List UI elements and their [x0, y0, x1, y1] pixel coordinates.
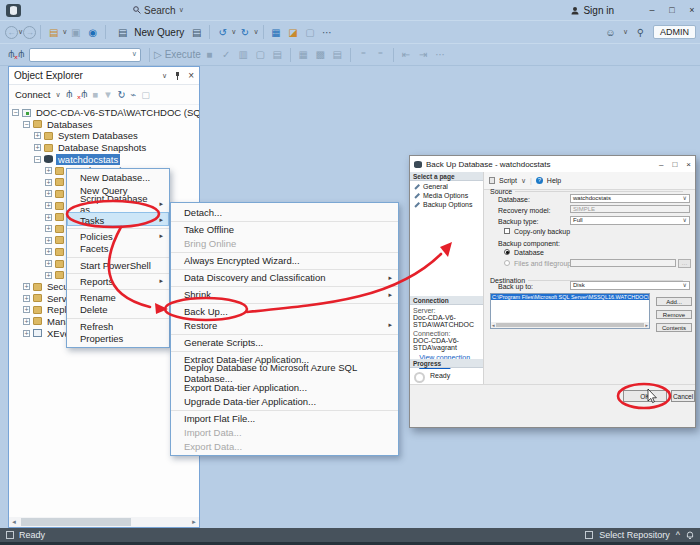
indent-icon[interactable]: ⇤: [399, 49, 414, 60]
dialog-title-bar[interactable]: Back Up Database - watchdocstats – □ ×: [410, 156, 695, 172]
menubar-item[interactable]: [87, 1, 99, 19]
showplan-icon[interactable]: ▥: [236, 49, 251, 60]
context-menu-item[interactable]: Rename ▸: [67, 289, 169, 303]
context-menu-item[interactable]: Start PowerShell ▸: [67, 257, 169, 271]
new-query-button[interactable]: ▤ New Query: [110, 27, 188, 38]
tree-expander-icon[interactable]: +: [23, 295, 30, 302]
scroll-right-icon[interactable]: ►: [645, 323, 649, 328]
results-grid-icon[interactable]: ▦: [296, 49, 311, 60]
context-menu-item[interactable]: Delete ▸: [67, 303, 169, 316]
save-icon[interactable]: ▣: [68, 27, 83, 38]
submenu-item[interactable]: Import Data... ▸: [171, 425, 398, 439]
extra-tool-icon[interactable]: ▢: [303, 27, 318, 38]
scroll-left-icon[interactable]: ◄: [491, 323, 495, 328]
tree-expander-icon[interactable]: +: [45, 225, 52, 232]
find-in-files-icon[interactable]: ◪: [286, 27, 301, 38]
uncomment-icon[interactable]: ⁼: [373, 49, 388, 60]
results-text-icon[interactable]: ▩: [313, 49, 328, 60]
script-button[interactable]: Script: [499, 177, 517, 184]
cancel-button[interactable]: Cancel: [671, 390, 695, 402]
database-radio[interactable]: [504, 249, 510, 255]
submenu-item[interactable]: Shrink ▸: [171, 286, 398, 301]
submenu-item[interactable]: Take Offline ▸: [171, 221, 398, 236]
connect-dropdown-icon[interactable]: ∨: [55, 91, 60, 99]
navigate-back-icon[interactable]: ←: [5, 26, 18, 39]
backup-destination-listbox[interactable]: C:\Program Files\Microsoft SQL Server\MS…: [490, 293, 650, 329]
menubar-item[interactable]: [51, 1, 63, 19]
tree-expander-icon[interactable]: +: [45, 190, 52, 197]
help-button[interactable]: Help: [547, 177, 561, 184]
back-up-to-dropdown[interactable]: Disk: [570, 281, 690, 290]
submenu-item[interactable]: Always Encrypted Wizard... ▸: [171, 252, 398, 267]
submenu-item[interactable]: Export Data-tier Application... ▸: [171, 380, 398, 394]
parse-icon[interactable]: ✓: [219, 49, 234, 60]
feedback-dropdown-icon[interactable]: ∨: [623, 28, 628, 36]
tree-expander-icon[interactable]: +: [23, 283, 30, 290]
submenu-item[interactable]: Restore ▸: [171, 318, 398, 332]
intellisense-icon[interactable]: ▤: [270, 49, 285, 60]
page-list-item[interactable]: Media Options: [410, 190, 483, 199]
toolbar-overflow-icon[interactable]: ⋯: [433, 49, 448, 60]
tree-row[interactable]: + System Databases: [9, 130, 199, 142]
submenu-item[interactable]: Data Discovery and Classification ▸: [171, 269, 398, 284]
scrollbar-thumb[interactable]: [496, 323, 643, 327]
tree-expander-icon[interactable]: +: [45, 260, 52, 267]
context-menu-item[interactable]: New Database... ▸: [67, 171, 169, 184]
page-list-item[interactable]: Backup Options: [410, 199, 483, 208]
activity-monitor-icon[interactable]: ▦: [269, 27, 284, 38]
tree-row[interactable]: − Databases: [9, 119, 199, 131]
tree-row[interactable]: − DOC-CDA-V6-STDA\WATCHDOC (SQL Server 1…: [9, 107, 199, 119]
submenu-item[interactable]: Upgrade Data-tier Application... ▸: [171, 394, 398, 408]
tree-row[interactable]: − watchdocstats: [9, 153, 199, 165]
menubar-item[interactable]: [99, 1, 111, 19]
notifications-bell-icon[interactable]: [686, 531, 694, 540]
object-explorer-header[interactable]: Object Explorer ∨ ×: [9, 67, 199, 85]
select-repository-button[interactable]: Select Repository: [599, 530, 670, 540]
tree-expander-icon[interactable]: +: [45, 237, 52, 244]
menubar-item[interactable]: [75, 1, 87, 19]
submenu-item[interactable]: Generate Scripts... ▸: [171, 334, 398, 349]
outdent-icon[interactable]: ⇥: [416, 49, 431, 60]
submenu-item[interactable]: Export Data... ▸: [171, 439, 398, 453]
context-menu-item[interactable]: Script Database as ▸: [67, 197, 169, 210]
context-menu-item[interactable]: Properties ▸: [67, 332, 169, 345]
availability-icon[interactable]: ◉: [85, 27, 100, 38]
database-dropdown[interactable]: watchdocstats: [570, 194, 690, 203]
backup-type-dropdown[interactable]: Full: [570, 216, 690, 225]
scrollbar-thumb[interactable]: [21, 518, 131, 526]
maximize-button[interactable]: □: [664, 5, 680, 15]
tree-expander-icon[interactable]: +: [45, 214, 52, 221]
query-options-icon[interactable]: ▢: [253, 49, 268, 60]
page-list-item[interactable]: General: [410, 181, 483, 190]
connect-button[interactable]: Connect: [15, 89, 50, 100]
results-file-icon[interactable]: ▤: [330, 49, 345, 60]
pin-icon[interactable]: [174, 72, 181, 80]
oe-disconnect-icon[interactable]: ψ: [77, 90, 88, 100]
refresh-icon[interactable]: ↻: [118, 89, 126, 100]
tree-expander-icon[interactable]: +: [45, 202, 52, 209]
dialog-maximize-button[interactable]: □: [672, 160, 677, 169]
window-position-icon[interactable]: ∨: [162, 72, 167, 80]
redo-dropdown-icon[interactable]: ∨: [253, 28, 258, 36]
close-button[interactable]: ×: [684, 5, 700, 15]
tree-expander-icon[interactable]: −: [23, 121, 30, 128]
navigate-forward-icon[interactable]: →: [23, 26, 36, 39]
repository-caret-icon[interactable]: ^: [676, 530, 680, 540]
listbox-scrollbar[interactable]: ◄ ►: [491, 322, 649, 328]
tree-expander-icon[interactable]: +: [23, 318, 30, 325]
menubar-item[interactable]: [63, 1, 75, 19]
user-settings-icon[interactable]: ⚲: [633, 27, 648, 38]
copy-only-checkbox[interactable]: [504, 228, 510, 234]
dialog-close-button[interactable]: ×: [686, 160, 691, 169]
database-combobox[interactable]: [29, 48, 141, 62]
script-dropdown-icon[interactable]: ∨: [521, 177, 526, 185]
tree-expander-icon[interactable]: +: [34, 132, 41, 139]
undo-icon[interactable]: ↺: [215, 27, 230, 38]
minimize-button[interactable]: –: [644, 5, 660, 15]
submenu-item[interactable]: Back Up... ▸: [171, 303, 398, 318]
tree-expander-icon[interactable]: −: [34, 156, 41, 163]
new-dropdown-icon[interactable]: ∨: [62, 28, 67, 36]
admin-button[interactable]: ADMIN: [653, 25, 696, 39]
tree-expander-icon[interactable]: +: [45, 248, 52, 255]
context-menu-item[interactable]: Policies ▸: [67, 228, 169, 242]
